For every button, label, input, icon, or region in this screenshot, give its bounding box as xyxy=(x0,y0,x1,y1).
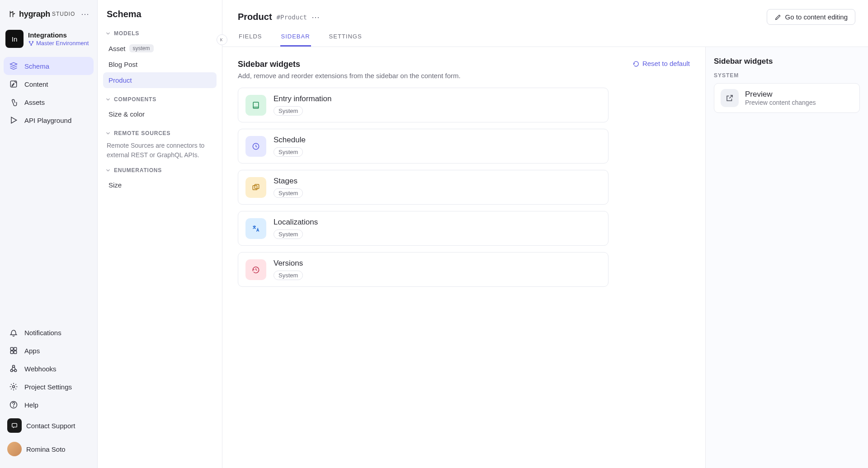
book-icon xyxy=(245,95,266,116)
apps-icon xyxy=(9,346,18,355)
preview-subtitle: Preview content changes xyxy=(745,99,816,106)
schema-sidebar: Schema MODELS Asset system Blog Post Pro… xyxy=(98,0,222,468)
nav-help[interactable]: Help xyxy=(4,396,94,414)
project-title: Integrations xyxy=(28,31,89,39)
group-models-header[interactable]: MODELS xyxy=(103,27,217,40)
model-product[interactable]: Product xyxy=(103,72,217,88)
logo-row: hygraph STUDIO ⋯ xyxy=(4,7,94,27)
assets-icon xyxy=(9,98,18,107)
group-components-list: Size & color xyxy=(103,106,217,122)
history-icon xyxy=(245,259,266,280)
nav-apps[interactable]: Apps xyxy=(4,342,94,360)
reset-icon xyxy=(632,60,640,67)
widget-tag: System xyxy=(274,229,303,239)
schema-icon xyxy=(9,61,18,70)
right-panel-group-label: SYSTEM xyxy=(714,72,860,79)
widget-meta: VersionsSystem xyxy=(274,259,303,280)
widget-title: Stages xyxy=(274,177,303,186)
section-title: Sidebar widgets xyxy=(238,60,461,69)
group-enums-header[interactable]: ENUMERATIONS xyxy=(103,164,217,177)
nav-apps-label: Apps xyxy=(24,347,40,355)
widget-card[interactable]: StagesSystem xyxy=(238,170,609,205)
group-components-header[interactable]: COMPONENTS xyxy=(103,93,217,106)
widget-card[interactable]: Entry informationSystem xyxy=(238,88,609,122)
reset-label: Reset to default xyxy=(642,60,690,67)
project-env-label: Master Environment xyxy=(36,40,89,47)
user-avatar xyxy=(7,442,22,456)
widget-tag: System xyxy=(274,188,303,198)
svg-point-13 xyxy=(14,407,14,407)
group-models-list: Asset system Blog Post Product xyxy=(103,40,217,88)
nav-notifications[interactable]: Notifications xyxy=(4,323,94,342)
nav-project-settings[interactable]: Project Settings xyxy=(4,378,94,396)
project-selector[interactable]: In Integrations Master Environment xyxy=(4,27,94,54)
chat-icon-box xyxy=(7,418,22,433)
gear-icon xyxy=(9,382,18,391)
chevron-down-icon xyxy=(105,96,111,103)
nav-contact-support[interactable]: Contact Support xyxy=(4,414,94,437)
widget-meta: LocalizationsSystem xyxy=(274,218,318,239)
stages-icon xyxy=(245,177,266,198)
model-more-icon[interactable]: ⋯ xyxy=(311,12,320,22)
hygraph-logo-icon xyxy=(8,10,16,18)
model-asset[interactable]: Asset system xyxy=(103,40,217,56)
tabs: FIELDS SIDEBAR SETTINGS xyxy=(222,25,868,47)
group-models-label: MODELS xyxy=(114,30,139,37)
project-environment: Master Environment xyxy=(28,40,89,47)
goto-button-label: Go to content editing xyxy=(785,13,848,21)
collapse-sidebar-button[interactable] xyxy=(217,34,227,45)
widget-title: Versions xyxy=(274,259,303,268)
project-meta: Integrations Master Environment xyxy=(28,31,89,47)
reset-to-default-button[interactable]: Reset to default xyxy=(632,60,690,67)
content-row: Sidebar widgets Add, remove and reorder … xyxy=(222,47,868,468)
right-panel-title: Sidebar widgets xyxy=(714,57,860,66)
svg-point-11 xyxy=(13,386,15,388)
widget-meta: Entry informationSystem xyxy=(274,94,332,116)
chevron-down-icon xyxy=(105,167,111,173)
bottom-nav: Notifications Apps Webhooks Project Sett… xyxy=(4,323,94,461)
more-icon[interactable]: ⋯ xyxy=(81,9,89,19)
group-components-label: COMPONENTS xyxy=(114,96,156,103)
nav-support-label: Contact Support xyxy=(26,422,75,430)
widget-card[interactable]: VersionsSystem xyxy=(238,252,609,287)
nav-webhooks[interactable]: Webhooks xyxy=(4,360,94,378)
tab-settings[interactable]: SETTINGS xyxy=(328,33,363,47)
webhooks-icon xyxy=(9,364,18,373)
nav-settings-label: Project Settings xyxy=(24,383,72,391)
tab-fields[interactable]: FIELDS xyxy=(238,33,263,47)
logo[interactable]: hygraph STUDIO xyxy=(8,9,75,19)
project-avatar: In xyxy=(5,30,24,48)
nav-schema[interactable]: Schema xyxy=(4,57,94,75)
preview-widget-card[interactable]: Preview Preview content changes xyxy=(714,83,860,113)
section-header: Sidebar widgets Add, remove and reorder … xyxy=(238,60,690,80)
svg-rect-6 xyxy=(10,351,13,354)
model-blog-post-label: Blog Post xyxy=(108,61,137,68)
preview-title: Preview xyxy=(745,90,816,99)
component-size-color[interactable]: Size & color xyxy=(103,106,217,122)
logo-studio: STUDIO xyxy=(52,11,75,17)
nav-content[interactable]: Content xyxy=(4,75,94,93)
right-panel: Sidebar widgets SYSTEM Preview Preview c… xyxy=(705,47,868,468)
group-remote-header[interactable]: REMOTE SOURCES xyxy=(103,126,217,140)
nav-schema-label: Schema xyxy=(24,62,49,70)
goto-content-editing-button[interactable]: Go to content editing xyxy=(767,9,855,25)
nav-assets[interactable]: Assets xyxy=(4,93,94,111)
clock-icon xyxy=(245,136,266,157)
model-blog-post[interactable]: Blog Post xyxy=(103,56,217,72)
nav-user[interactable]: Romina Soto xyxy=(4,437,94,461)
bell-icon xyxy=(9,328,18,337)
system-badge: system xyxy=(129,44,154,52)
user-name: Romina Soto xyxy=(26,445,66,453)
widget-card[interactable]: ScheduleSystem xyxy=(238,129,609,164)
enum-size[interactable]: Size xyxy=(103,177,217,193)
nav-api-playground[interactable]: API Playground xyxy=(4,111,94,129)
widget-title: Entry information xyxy=(274,94,332,103)
enum-size-label: Size xyxy=(108,181,122,189)
widget-card[interactable]: LocalizationsSystem xyxy=(238,211,609,246)
logo-brand: hygraph xyxy=(19,9,50,19)
widget-title: Localizations xyxy=(274,218,318,227)
widget-title: Schedule xyxy=(274,136,306,145)
collapse-icon xyxy=(219,37,225,42)
tab-sidebar[interactable]: SIDEBAR xyxy=(280,33,311,47)
group-enums-label: ENUMERATIONS xyxy=(114,167,162,173)
